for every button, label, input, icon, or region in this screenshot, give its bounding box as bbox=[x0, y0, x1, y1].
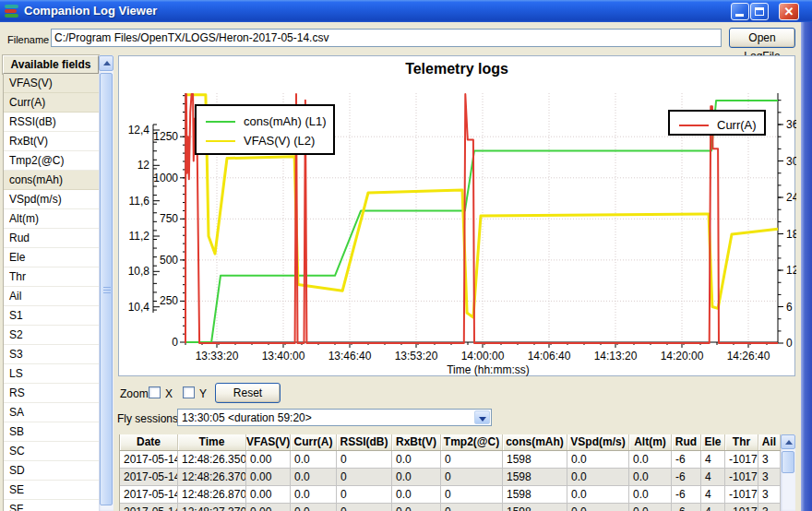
combo-dropdown-button[interactable] bbox=[474, 410, 490, 424]
window-border bbox=[801, 22, 812, 511]
sidebar-item-thr[interactable]: Thr bbox=[4, 267, 99, 287]
table-cell: 0.0 bbox=[392, 469, 441, 485]
close-icon: ✕ bbox=[780, 5, 798, 19]
vfas-tick-label: 10,8 bbox=[128, 265, 150, 278]
legend-label-cons: cons(mAh) (L1) bbox=[244, 114, 327, 128]
column-header-alt-m[interactable]: Alt(m) bbox=[629, 434, 672, 450]
curr-tick-label: 12 bbox=[786, 264, 796, 277]
column-header-cons-mah[interactable]: cons(mAh) bbox=[503, 434, 567, 450]
sidebar-item-sa[interactable]: SA bbox=[4, 403, 99, 422]
table-cell: 0 bbox=[441, 486, 503, 503]
column-header-rssi-db[interactable]: RSSI(dB) bbox=[337, 434, 392, 450]
x-tick-label: 13:46:40 bbox=[328, 350, 372, 362]
column-header-date[interactable]: Date bbox=[120, 434, 178, 450]
sidebar-item-sd[interactable]: SD bbox=[4, 461, 99, 481]
open-logfile-button[interactable]: Open LogFile bbox=[729, 28, 795, 48]
curr-tick-label: 24 bbox=[786, 191, 796, 204]
sidebar-item-rs[interactable]: RS bbox=[4, 384, 99, 403]
x-axis-label: Time (hh:mm:ss) bbox=[447, 363, 530, 376]
sidebar-item-ls[interactable]: LS bbox=[4, 364, 99, 384]
zoom-y-checkbox[interactable] bbox=[183, 386, 195, 398]
sidebar-item-rud[interactable]: Rud bbox=[4, 229, 99, 248]
x-tick-label: 14:20:00 bbox=[661, 350, 704, 362]
sidebar-item-tmp2-c[interactable]: Tmp2(@C) bbox=[4, 151, 99, 171]
sidebar-item-curr-a[interactable]: Curr(A) bbox=[4, 93, 99, 113]
column-header-vspd-m-s[interactable]: VSpd(m/s) bbox=[567, 434, 629, 450]
fly-sessions-value: 13:30:05 <duration 59:20> bbox=[182, 411, 312, 424]
column-header-curr-a[interactable]: Curr(A) bbox=[291, 434, 337, 450]
x-tick-label: 13:40:00 bbox=[262, 350, 305, 362]
table-cell: 0 bbox=[337, 504, 392, 511]
table-cell: 0 bbox=[441, 469, 503, 485]
sidebar-scroll-thumb[interactable] bbox=[100, 73, 113, 505]
sidebar-item-s3[interactable]: S3 bbox=[4, 345, 99, 364]
filename-input[interactable] bbox=[51, 29, 722, 47]
sidebar-item-sc[interactable]: SC bbox=[4, 442, 99, 461]
close-button[interactable]: ✕ bbox=[779, 3, 799, 20]
filename-label: Filename bbox=[7, 34, 49, 45]
x-tick-label: 14:13:20 bbox=[594, 350, 638, 362]
sidebar-item-vspd-m-s[interactable]: VSpd(m/s) bbox=[4, 190, 99, 209]
column-header-vfas-v[interactable]: VFAS(V) bbox=[246, 434, 291, 450]
column-header-ele[interactable]: Ele bbox=[701, 434, 725, 450]
sidebar-item-rssi-db[interactable]: RSSI(dB) bbox=[4, 113, 99, 132]
sidebar-item-sb[interactable]: SB bbox=[4, 422, 99, 442]
maximize-button[interactable] bbox=[750, 3, 769, 20]
sidebar-item-ele[interactable]: Ele bbox=[4, 248, 99, 267]
column-header-time[interactable]: Time bbox=[178, 434, 246, 450]
table-cell: 3 bbox=[758, 469, 781, 485]
column-header-rud[interactable]: Rud bbox=[672, 434, 701, 450]
zoom-x-checkbox[interactable] bbox=[149, 386, 161, 398]
table-scroll-thumb[interactable] bbox=[782, 451, 794, 473]
reset-button[interactable]: Reset bbox=[215, 383, 281, 403]
table-row[interactable]: 2017-05-1412:48:27.3700.000.000.0015980.… bbox=[120, 504, 781, 511]
table-cell: 0 bbox=[337, 451, 392, 468]
table-cell: 0 bbox=[441, 451, 503, 468]
table-cell: 1598 bbox=[503, 504, 567, 511]
sidebar-item-vfas-v[interactable]: VFAS(V) bbox=[4, 74, 99, 93]
table-cell: 0.0 bbox=[392, 451, 441, 468]
maximize-icon bbox=[755, 7, 764, 16]
table-cell: 1598 bbox=[503, 451, 567, 468]
sidebar-item-alt-m[interactable]: Alt(m) bbox=[4, 209, 99, 229]
column-header-thr[interactable]: Thr bbox=[725, 434, 758, 450]
table-cell: 0.0 bbox=[567, 486, 629, 503]
log-table: DateTimeVFAS(V)Curr(A)RSSI(dB)RxBt(V)Tmp… bbox=[119, 434, 781, 511]
minimize-button[interactable] bbox=[731, 3, 749, 20]
column-header-rxbt-v[interactable]: RxBt(V) bbox=[392, 434, 441, 450]
sidebar-item-se[interactable]: SE bbox=[4, 481, 99, 500]
sidebar-item-s1[interactable]: S1 bbox=[4, 306, 99, 326]
column-header-tmp2-c[interactable]: Tmp2(@C) bbox=[441, 434, 503, 450]
table-cell: 12:48:26.350 bbox=[178, 451, 246, 468]
cons-tick-label: 250 bbox=[160, 294, 178, 307]
sidebar-item-rxbt-v[interactable]: RxBt(V) bbox=[4, 132, 99, 151]
table-cell: 2017-05-14 bbox=[120, 451, 178, 468]
available-fields-header: Available fields bbox=[3, 55, 99, 74]
fly-sessions-select[interactable]: 13:30:05 <duration 59:20> bbox=[177, 409, 492, 426]
sidebar-scroll-up-button[interactable] bbox=[99, 55, 113, 71]
table-cell: 0.00 bbox=[246, 504, 291, 511]
chevron-down-icon bbox=[479, 417, 486, 422]
table-cell: 3 bbox=[758, 486, 781, 503]
zoom-label: Zoom bbox=[120, 387, 149, 400]
table-cell: -1017 bbox=[725, 504, 758, 511]
table-scroll-up-button[interactable] bbox=[781, 434, 795, 449]
cons-line-icon bbox=[206, 121, 235, 123]
table-cell: 0.0 bbox=[629, 451, 672, 468]
table-row[interactable]: 2017-05-1412:48:26.3700.000.000.0015980.… bbox=[120, 469, 781, 486]
column-header-ail[interactable]: Ail bbox=[758, 434, 781, 450]
minimize-icon bbox=[735, 14, 744, 17]
window-title: Companion Log Viewer bbox=[24, 4, 157, 18]
titlebar: Companion Log Viewer ✕ bbox=[0, 0, 812, 22]
chart-legend-right: Curr(A) bbox=[668, 110, 766, 136]
vfas-tick-label: 12,4 bbox=[128, 124, 150, 137]
table-row[interactable]: 2017-05-1412:48:26.3500.000.000.0015980.… bbox=[120, 451, 781, 469]
table-row[interactable]: 2017-05-1412:48:26.8700.000.000.0015980.… bbox=[120, 486, 781, 504]
table-cell: 2017-05-14 bbox=[120, 504, 178, 511]
sidebar-item-ail[interactable]: Ail bbox=[4, 287, 99, 306]
table-cell: 0.0 bbox=[567, 504, 629, 511]
sidebar-item-s2[interactable]: S2 bbox=[4, 326, 99, 345]
table-cell: 3 bbox=[758, 451, 781, 468]
sidebar-item-cons-mah[interactable]: cons(mAh) bbox=[4, 171, 99, 190]
sidebar-item-sf[interactable]: SF bbox=[4, 500, 99, 511]
